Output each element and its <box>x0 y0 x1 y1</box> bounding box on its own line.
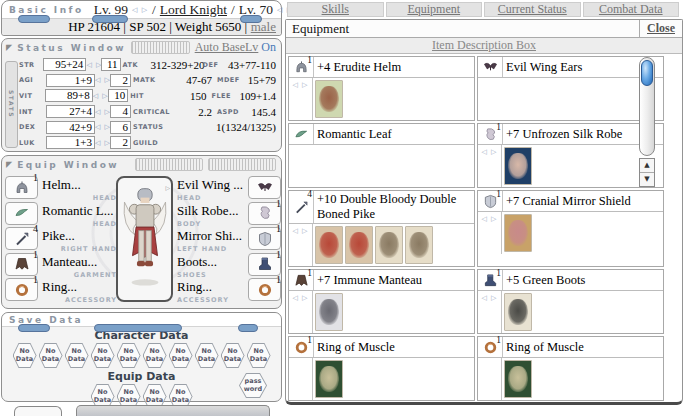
equip-item-name[interactable]: Evil Wing ... <box>177 177 243 193</box>
stats-side-tab[interactable]: STATS <box>5 61 18 148</box>
item-name[interactable]: +5 Green Boots <box>503 272 587 289</box>
card-thumbnail[interactable] <box>405 226 433 264</box>
item-name[interactable]: Romantic Leaf <box>314 126 394 143</box>
character-data-slot-3[interactable]: No Data <box>65 343 89 368</box>
tab-combat-data[interactable]: Combat Data <box>583 2 680 17</box>
luk-value-box[interactable]: 1+3 <box>46 136 95 149</box>
character-data-slot-10[interactable]: No Data <box>247 343 271 368</box>
base-level-spinner[interactable]: ◁ ▷ <box>132 6 148 14</box>
luk-spinner[interactable]: ◁ ▷ <box>95 139 110 147</box>
character-data-slot-5[interactable]: No Data <box>117 343 141 368</box>
auto-baselv-link[interactable]: Auto BaseLv <box>195 40 259 54</box>
password-button[interactable]: pass word <box>239 373 267 398</box>
close-button[interactable]: Close <box>639 20 682 37</box>
card-thumbnail[interactable] <box>315 360 343 398</box>
item-name[interactable]: +7 Unfrozen Silk Robe <box>503 126 624 143</box>
scroll-down-button[interactable]: ▼ <box>640 172 654 186</box>
equip-item-button[interactable]: 4 <box>5 227 38 250</box>
card-thumbnail[interactable] <box>345 226 373 264</box>
equip-item-name[interactable]: Boots... <box>177 254 217 270</box>
int-points-box[interactable]: 4 <box>110 105 131 118</box>
card-thumbnail[interactable] <box>315 80 343 118</box>
equip-item-button[interactable]: 1 <box>248 202 281 225</box>
item-name[interactable]: +10 Double Bloody Double Boned Pike <box>314 191 474 223</box>
dex-value-box[interactable]: 42+9 <box>46 121 95 134</box>
character-data-slot-9[interactable]: No Data <box>221 343 245 368</box>
card-thumbnail[interactable] <box>504 360 532 398</box>
equip-item-name[interactable]: Romantic L... <box>42 203 114 219</box>
card-nav-arrows[interactable]: ◁ ▷ <box>478 291 502 333</box>
equip-item-button[interactable] <box>5 202 38 225</box>
equip-item-button[interactable]: 1 <box>5 176 38 199</box>
card-thumbnail[interactable] <box>315 226 343 264</box>
partial-button[interactable] <box>14 406 62 416</box>
equip-item-name[interactable]: Silk Robe... <box>177 203 238 219</box>
luk-points-box[interactable]: 2 <box>110 136 131 149</box>
scrollbar-track[interactable] <box>639 57 655 156</box>
item-icon-cell[interactable]: 4 <box>289 191 314 223</box>
card-nav-arrows[interactable]: ◁ ▷ <box>289 224 313 266</box>
agi-points-box[interactable]: 2 <box>110 74 131 87</box>
scroll-up-button[interactable]: ▲ <box>640 159 654 172</box>
collapse-arrow-icon[interactable]: ◤ <box>6 44 12 52</box>
item-icon-cell[interactable]: 1 <box>478 124 503 144</box>
character-data-slot-8[interactable]: No Data <box>195 343 219 368</box>
card-nav-arrows[interactable]: ◁ ▷ <box>478 212 502 254</box>
card-nav-arrows[interactable]: ◁ ▷ <box>289 291 313 333</box>
item-icon-cell[interactable]: 1 <box>289 337 314 357</box>
item-icon-cell[interactable]: 1 <box>478 270 503 290</box>
equip-item-name[interactable]: Ring... <box>177 279 212 295</box>
item-description-box-link[interactable]: Item Description Box <box>286 38 682 54</box>
equip-item-name[interactable]: Pike... <box>42 228 75 244</box>
card-nav-arrows[interactable]: ◁ ▷ <box>478 145 502 187</box>
tab-equipment[interactable]: Equipment <box>386 2 483 17</box>
item-icon-cell[interactable] <box>478 57 503 77</box>
scrollbar-thumb[interactable] <box>641 60 653 86</box>
collapse-arrow-icon[interactable]: ◤ <box>6 161 12 169</box>
equip-item-name[interactable]: Helm... <box>42 177 81 193</box>
vit-spinner[interactable]: ◁ ▷ <box>93 92 108 100</box>
equip-item-button[interactable]: 1 <box>5 278 38 301</box>
item-name[interactable]: +4 Erudite Helm <box>314 59 403 76</box>
character-data-slot-2[interactable]: No Data <box>39 343 63 368</box>
card-thumbnail[interactable] <box>375 226 403 264</box>
item-name[interactable]: Evil Wing Ears <box>503 59 584 76</box>
dex-spinner[interactable]: ◁ ▷ <box>95 123 110 131</box>
item-icon-cell[interactable] <box>289 124 314 144</box>
character-data-slot-7[interactable]: No Data <box>169 343 193 368</box>
character-data-slot-6[interactable]: No Data <box>143 343 167 368</box>
item-icon-cell[interactable]: 1 <box>289 270 314 290</box>
equip-item-button[interactable]: 1 <box>248 227 281 250</box>
str-points-box[interactable]: 11 <box>101 58 120 71</box>
str-value-box[interactable]: 95+24 <box>43 58 87 71</box>
card-thumbnail[interactable] <box>504 214 532 252</box>
equip-item-button[interactable]: 1 <box>5 253 38 276</box>
int-spinner[interactable]: ◁ ▷ <box>95 108 110 116</box>
card-thumbnail[interactable] <box>504 147 532 185</box>
equip-item-name[interactable]: Ring... <box>42 279 77 295</box>
equip-item-button[interactable] <box>248 176 281 199</box>
card-thumbnail[interactable] <box>504 293 532 331</box>
str-spinner[interactable]: ◁ ▷ <box>86 61 101 69</box>
item-name[interactable]: +7 Immune Manteau <box>314 272 424 289</box>
equip-item-button[interactable]: 1 <box>248 278 281 301</box>
equip-item-name[interactable]: Manteau... <box>42 254 97 270</box>
item-icon-cell[interactable]: 1 <box>478 337 503 357</box>
item-name[interactable]: Ring of Muscle <box>314 339 397 356</box>
vit-value-box[interactable]: 89+8 <box>45 89 93 102</box>
equip-item-button[interactable]: 1 <box>248 253 281 276</box>
vit-points-box[interactable]: 10 <box>108 89 129 102</box>
job-class-link[interactable]: Lord Knight <box>160 2 227 18</box>
item-icon-cell[interactable]: 1 <box>289 57 314 77</box>
tab-skills[interactable]: Skills <box>287 2 384 17</box>
equip-item-name[interactable]: Mirror Shi... <box>177 228 242 244</box>
dex-points-box[interactable]: 6 <box>110 121 131 134</box>
character-data-slot-4[interactable]: No Data <box>91 343 115 368</box>
rotate-character-icon[interactable]: ▷ <box>165 184 170 191</box>
auto-baselv-state[interactable]: On <box>261 40 276 54</box>
card-nav-arrows[interactable]: ◁ ▷ <box>289 78 313 120</box>
character-data-slot-1[interactable]: No Data <box>13 343 37 368</box>
agi-value-box[interactable]: 1+9 <box>46 74 95 87</box>
agi-spinner[interactable]: ◁ ▷ <box>95 76 110 84</box>
item-name[interactable]: Ring of Muscle <box>503 339 586 356</box>
